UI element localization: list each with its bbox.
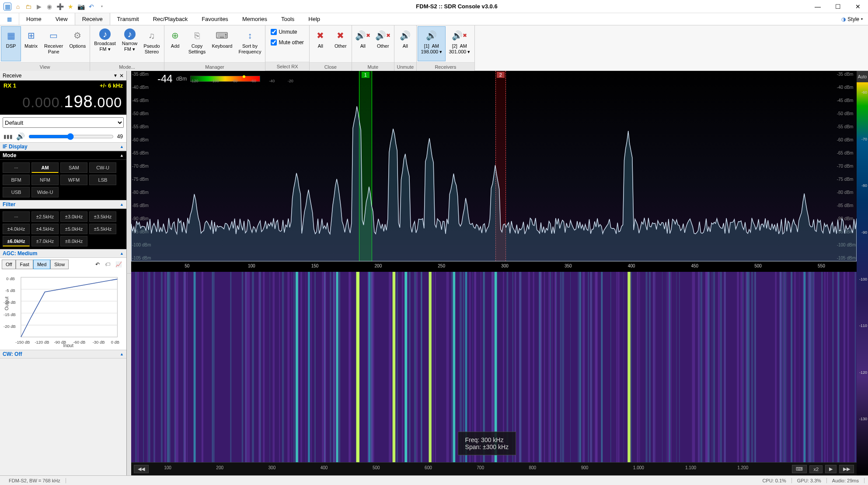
keyboard-button[interactable]: ⌨Keyboard <box>209 26 235 61</box>
agc-off-button[interactable]: Off <box>2 260 16 269</box>
keyboard-nav-icon[interactable]: ⌨ <box>792 465 807 473</box>
unmute-checkbox[interactable]: Unmute <box>270 28 298 36</box>
agc-header[interactable]: AGC: Medium▲ <box>0 249 126 258</box>
filter-button[interactable]: ··· <box>3 211 30 222</box>
matrix-button[interactable]: ⊞Matrix <box>21 26 41 61</box>
filter-button[interactable]: ±8.0kHz <box>60 236 87 246</box>
options-button[interactable]: ⚙Options <box>66 26 89 61</box>
tab-view[interactable]: View <box>49 13 75 25</box>
app-menu-icon[interactable]: ▦ <box>3 3 11 11</box>
mode-button-am[interactable]: AM <box>31 162 59 173</box>
tag-icon[interactable]: 🏷 <box>102 261 113 267</box>
receiver-pane-button[interactable]: ▭Receiver Pane <box>41 26 66 61</box>
mute-other-button[interactable]: 🔊✖Other <box>373 26 393 61</box>
add-icon[interactable]: ➕ <box>56 3 64 11</box>
unmute-all-button[interactable]: 🔊All <box>395 26 415 61</box>
filter-button[interactable]: ±4.5kHz <box>31 224 59 234</box>
filter-button[interactable]: ±3.0kHz <box>60 211 87 222</box>
mode-button-cw-u[interactable]: CW-U <box>89 162 116 173</box>
mode-button-lsb[interactable]: LSB <box>89 175 116 185</box>
tab-favourites[interactable]: Favourites <box>195 13 235 25</box>
cw-header[interactable]: CW: Off▲ <box>0 350 126 358</box>
camera-icon[interactable]: 📷 <box>77 3 85 11</box>
narrow-fm-button[interactable]: ♪Narrow FM ▾ <box>119 26 140 61</box>
filter-button[interactable]: ±3.5kHz <box>89 211 116 222</box>
filter-button[interactable]: ±5.5kHz <box>89 224 116 234</box>
close-button[interactable]: ✕ <box>848 0 868 13</box>
filter-header[interactable]: Filter▲ <box>0 200 126 209</box>
play-icon[interactable]: ▶ <box>35 3 43 11</box>
nav-right-button[interactable]: ▶ <box>825 465 837 473</box>
filter-button[interactable]: ±2.5kHz <box>31 211 59 222</box>
tab-transmit[interactable]: Transmit <box>110 13 146 25</box>
tab-help[interactable]: Help <box>301 13 327 25</box>
filter-button[interactable]: ±4.0kHz <box>3 224 30 234</box>
dsp-icon: ▦ <box>4 28 18 42</box>
filter-button[interactable]: ±5.0kHz <box>60 224 87 234</box>
mode-button-wfm[interactable]: WFM <box>60 175 87 185</box>
maximize-button[interactable]: ☐ <box>828 0 848 13</box>
svg-rect-40 <box>653 272 655 462</box>
add-button[interactable]: ⊕Add <box>165 26 185 61</box>
tab-memories[interactable]: Memories <box>235 13 274 25</box>
star-icon[interactable]: ★ <box>66 3 74 11</box>
home-icon[interactable]: ⌂ <box>14 3 22 11</box>
tab-home[interactable]: Home <box>19 13 49 25</box>
mode-button-sam[interactable]: SAM <box>60 162 87 173</box>
spectrum-display[interactable]: -35 dBm-40 dBm-45 dBm-50 dBm-55 dBm-60 d… <box>131 71 857 261</box>
stop-icon[interactable]: ◉ <box>45 3 53 11</box>
mute-other-checkbox[interactable]: Mute other <box>270 39 304 46</box>
tab-tools[interactable]: Tools <box>274 13 301 25</box>
copy-settings-button[interactable]: ⎘Copy Settings <box>185 26 209 61</box>
auto-scale-button[interactable]: Auto <box>857 71 868 82</box>
pane-close-icon[interactable]: ✕ <box>119 73 124 79</box>
receiver-2-button[interactable]: 🔊✖[2] AM 301.000 ▾ <box>446 26 474 61</box>
zoom-level[interactable]: x2 <box>809 465 823 473</box>
frequency-display[interactable]: 0.000. 198 .000 <box>0 91 126 115</box>
speaker-icon[interactable]: 🔊 <box>16 132 25 141</box>
svg-rect-139 <box>560 272 561 462</box>
close-all-button[interactable]: ✖All <box>310 26 331 61</box>
dropdown-icon[interactable]: ▾ <box>98 3 106 11</box>
svg-text:Output: Output <box>4 296 9 310</box>
style-dropdown[interactable]: ◑ Style ▾ <box>836 13 868 25</box>
mode-button-nfm[interactable]: NFM <box>31 175 59 185</box>
nav-end-button[interactable]: ▶▶ <box>839 465 854 473</box>
color-scale[interactable]: Auto -60-70-80-90-100-110-120-130 <box>857 71 868 475</box>
if-display-header[interactable]: IF Display▲ <box>0 142 126 151</box>
cpu-status: CPU: 0.1% <box>757 478 791 483</box>
broadcast-fm-button[interactable]: ♪Broadcast FM ▾ <box>91 26 119 61</box>
profile-select[interactable]: Default <box>3 117 124 128</box>
chart-icon[interactable]: 📈 <box>113 261 125 267</box>
dsp-button[interactable]: ▦DSP <box>1 26 21 61</box>
filter-button[interactable]: ±7.0kHz <box>31 236 59 246</box>
filter-button[interactable]: ±6.0kHz <box>3 236 30 246</box>
splitter-handle[interactable]: ⋮ <box>127 71 131 475</box>
minimize-button[interactable]: — <box>808 0 828 13</box>
mode-button-···[interactable]: ··· <box>3 162 30 173</box>
chevron-down-icon[interactable]: ▼ <box>113 73 118 78</box>
nav-freq-axis[interactable]: 1002003004005006007008009001.0001.1001.2… <box>151 463 789 475</box>
tab-recplayback[interactable]: Rec/Playback <box>146 13 195 25</box>
pseudo-stereo-button[interactable]: ♫Pseudo Stereo <box>140 26 163 61</box>
tab-receive[interactable]: Receive <box>75 13 110 25</box>
volume-slider[interactable] <box>28 133 114 140</box>
mode-button-usb[interactable]: USB <box>3 187 30 197</box>
folder-icon[interactable]: 🗀 <box>24 3 32 11</box>
agc-fast-button[interactable]: Fast <box>16 260 33 269</box>
nav-left-button[interactable]: ◀◀ <box>134 465 149 473</box>
equalizer-icon[interactable]: ▮▮▮ <box>3 134 13 140</box>
undo-icon[interactable]: ↶ <box>93 261 102 267</box>
receiver-1-button[interactable]: 🔊[1] AM 198.000 ▾ <box>418 26 446 61</box>
sort-freq-button[interactable]: ↕Sort by Frequency <box>235 26 264 61</box>
mute-all-button[interactable]: 🔊✖All <box>353 26 373 61</box>
undo-icon[interactable]: ↶ <box>87 3 95 11</box>
close-other-button[interactable]: ✖Other <box>331 26 351 61</box>
mode-header[interactable]: Mode▲ <box>0 151 126 160</box>
waterfall-display[interactable]: Freq: 300 kHz Span: ±300 kHz <box>131 272 857 462</box>
mode-button-bfm[interactable]: BFM <box>3 175 30 185</box>
agc-slow-button[interactable]: Slow <box>50 260 69 269</box>
file-menu-icon[interactable]: ▦ <box>0 13 19 25</box>
mode-button-wide-u[interactable]: Wide-U <box>31 187 59 197</box>
agc-med-button[interactable]: Med <box>33 260 50 269</box>
